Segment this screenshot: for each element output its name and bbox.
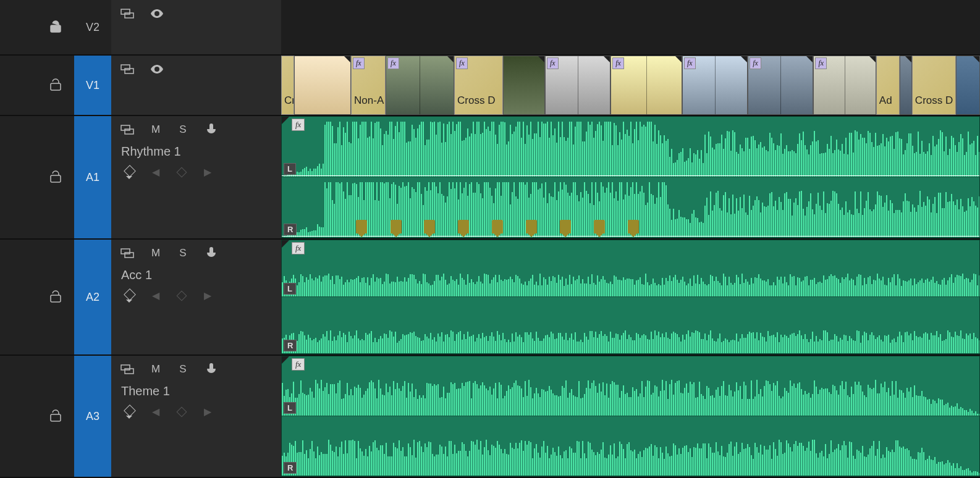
track-source-toggle-v1[interactable]: V1 [74, 56, 111, 115]
video-clip[interactable]: fx [545, 56, 610, 115]
video-clip[interactable] [956, 56, 980, 115]
clip-marker[interactable] [526, 220, 537, 233]
fx-badge[interactable]: fx [292, 358, 305, 371]
sync-lock-icon[interactable] [120, 362, 135, 377]
track-row-v1: V1 CrofxNon-AfxfxCross DfxfxfxfxfxAdCros… [0, 56, 980, 116]
mute-button[interactable]: M [150, 363, 162, 375]
audio-clip-a3[interactable]: fx L R [281, 356, 980, 477]
add-keyframe-icon[interactable] [177, 167, 187, 177]
mute-button[interactable]: M [150, 124, 162, 136]
video-clip[interactable] [294, 56, 351, 115]
mic-icon[interactable] [204, 122, 219, 137]
track-controls-v2 [111, 0, 281, 54]
audio-clip-a2[interactable]: fx L R [281, 240, 980, 354]
track-source-toggle-a2[interactable]: A2 [74, 240, 111, 354]
clip-marker[interactable] [594, 220, 605, 233]
clip-marker[interactable] [458, 220, 469, 233]
transition-clip[interactable]: Ad [876, 56, 900, 115]
fx-badge[interactable]: fx [612, 57, 624, 69]
fx-badge[interactable]: fx [456, 57, 468, 69]
clip-marker[interactable] [492, 220, 503, 233]
sync-lock-icon[interactable] [120, 122, 135, 137]
video-clip[interactable]: fx [386, 56, 454, 115]
channel-label-right: R [284, 462, 297, 474]
video-clip[interactable]: fx [610, 56, 682, 115]
svg-rect-3 [121, 65, 130, 70]
add-keyframe-icon[interactable] [177, 290, 187, 301]
mic-icon[interactable] [204, 246, 219, 261]
fx-badge[interactable]: fx [292, 242, 305, 254]
svg-rect-10 [121, 365, 130, 370]
keyframe-mode-icon[interactable] [125, 406, 133, 417]
prev-keyframe-icon[interactable]: ◀ [152, 406, 159, 417]
solo-button[interactable]: S [177, 363, 189, 375]
next-keyframe-icon[interactable]: ▶ [204, 290, 211, 301]
sync-lock-icon[interactable] [120, 246, 135, 261]
lock-column [0, 356, 74, 477]
clip-marker[interactable] [424, 220, 435, 233]
keyframe-mode-icon[interactable] [125, 167, 133, 178]
clip-marker[interactable] [356, 220, 367, 233]
lock-icon[interactable] [48, 20, 63, 35]
track-header-a1: A1 M S Rhythme 1 ◀ [0, 116, 281, 238]
track-row-v2: V2 [0, 0, 980, 56]
video-clip[interactable]: fx [748, 56, 813, 115]
clip-marker[interactable] [628, 220, 639, 233]
next-keyframe-icon[interactable]: ▶ [204, 406, 211, 417]
clip-marker[interactable] [391, 220, 402, 233]
audio-clip-a1[interactable]: fx L R [281, 116, 980, 238]
video-clip[interactable] [503, 56, 545, 115]
track-source-toggle-a1[interactable]: A1 [74, 116, 111, 238]
video-clip[interactable] [900, 56, 911, 115]
fx-badge[interactable]: fx [353, 57, 365, 69]
track-source-toggle-a3[interactable]: A3 [74, 356, 111, 477]
track-content-a3[interactable]: fx L R [281, 356, 980, 477]
track-source-toggle-v2[interactable]: V2 [74, 0, 111, 54]
lock-column [0, 240, 74, 354]
lock-icon[interactable] [48, 78, 63, 93]
solo-button[interactable]: S [177, 124, 189, 136]
clip-label: Cross D [457, 94, 495, 107]
fx-badge[interactable]: fx [547, 57, 559, 69]
svg-rect-7 [125, 129, 133, 134]
solo-button[interactable]: S [177, 247, 189, 259]
transition-clip[interactable]: Cro [281, 56, 294, 115]
add-keyframe-icon[interactable] [177, 406, 187, 417]
eye-icon[interactable] [150, 6, 164, 21]
video-clip[interactable]: fx [813, 56, 876, 115]
track-content-a2[interactable]: fx L R [281, 240, 980, 354]
prev-keyframe-icon[interactable]: ◀ [152, 290, 159, 301]
mute-button[interactable]: M [150, 247, 162, 259]
lock-icon[interactable] [48, 409, 63, 424]
fx-badge[interactable]: fx [684, 57, 696, 69]
track-content-a1[interactable]: fx L R [281, 116, 980, 238]
keyframe-mode-icon[interactable] [125, 290, 133, 301]
mic-icon[interactable] [204, 362, 219, 377]
fx-badge[interactable]: fx [750, 57, 761, 69]
sync-lock-icon[interactable] [120, 6, 135, 21]
track-name: Acc 1 [120, 268, 272, 282]
audio-channel-right: R [282, 297, 979, 354]
track-content-v1[interactable]: CrofxNon-AfxfxCross DfxfxfxfxfxAdCross D [281, 56, 980, 115]
svg-point-5 [156, 68, 158, 70]
sync-lock-icon[interactable] [120, 62, 135, 77]
transition-clip[interactable]: fxNon-A [351, 56, 386, 115]
track-content-v2[interactable] [281, 0, 980, 54]
channel-label-left: L [284, 283, 296, 295]
video-clip[interactable]: fx [682, 56, 748, 115]
track-name: Theme 1 [120, 384, 272, 398]
fx-badge[interactable]: fx [815, 57, 827, 69]
track-label: A1 [86, 171, 99, 184]
transition-clip[interactable]: Cross D [912, 56, 956, 115]
audio-channel-left: L [282, 356, 979, 416]
transition-clip[interactable]: fxCross D [454, 56, 503, 115]
prev-keyframe-icon[interactable]: ◀ [152, 166, 159, 178]
clip-marker[interactable] [560, 220, 571, 233]
lock-icon[interactable] [48, 170, 63, 185]
next-keyframe-icon[interactable]: ▶ [204, 166, 211, 178]
fx-badge[interactable]: fx [387, 57, 399, 69]
track-header-a3: A3 M S Theme 1 ◀ ▶ [0, 356, 281, 477]
eye-icon[interactable] [150, 62, 164, 77]
fx-badge[interactable]: fx [292, 119, 305, 131]
lock-icon[interactable] [48, 290, 63, 304]
